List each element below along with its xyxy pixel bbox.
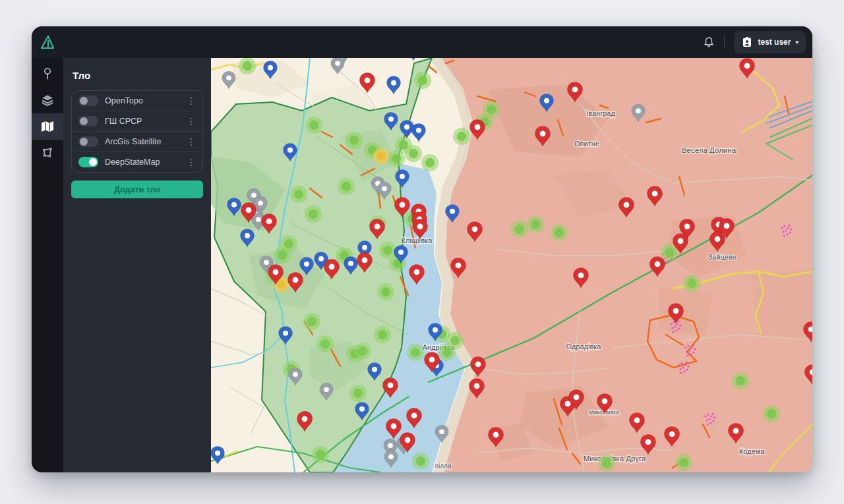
layer-toggle[interactable] <box>78 116 98 126</box>
layer-toggle[interactable] <box>78 157 98 167</box>
map-area[interactable]: ІванградОпитнеВесела ДолинаКліщіївкаАндр… <box>211 58 812 472</box>
svg-text:пілля: пілля <box>435 462 452 470</box>
notifications-button[interactable] <box>703 36 715 49</box>
svg-text:Кодема: Кодема <box>739 447 765 455</box>
layers-icon <box>41 94 54 107</box>
layer-row-0[interactable]: OpenTopo⋮ <box>72 91 202 111</box>
layer-row-1[interactable]: ГШ СРСР⋮ <box>72 111 202 131</box>
rail-item-layers[interactable] <box>32 87 63 113</box>
layer-kebab-icon[interactable]: ⋮ <box>183 157 196 167</box>
svg-text:Іванград: Іванград <box>586 109 615 117</box>
icon-rail <box>32 58 63 472</box>
app-window: test user ▾ <box>32 26 812 472</box>
map-pin-icon <box>42 67 53 80</box>
svg-text:Кліщіївка: Кліщіївка <box>402 237 433 244</box>
layer-row-2[interactable]: ArcGis Satellite⋮ <box>72 131 202 152</box>
user-menu-button[interactable]: test user ▾ <box>734 31 806 53</box>
svg-text:Зайцеве: Зайцеве <box>708 253 736 261</box>
layer-label: OpenTopo <box>105 96 183 105</box>
rail-item-markers[interactable] <box>32 61 63 87</box>
rail-item-polygon[interactable] <box>32 140 63 166</box>
svg-text:Опитне: Опитне <box>574 140 599 148</box>
app-logo[interactable] <box>32 34 63 51</box>
id-badge-icon <box>741 36 753 48</box>
chevron-down-icon: ▾ <box>795 39 799 45</box>
user-name: test user <box>758 38 791 47</box>
layer-kebab-icon[interactable]: ⋮ <box>183 117 196 126</box>
add-background-button[interactable]: Додати тло <box>71 181 203 198</box>
layer-row-3[interactable]: DeepStateMap⋮ <box>72 152 202 172</box>
topbar: test user ▾ <box>32 26 812 58</box>
map-icon <box>41 121 54 132</box>
vector-polygon-icon <box>42 147 53 159</box>
layer-kebab-icon[interactable]: ⋮ <box>183 137 196 146</box>
bell-icon <box>703 36 715 49</box>
topbar-divider <box>724 35 725 49</box>
svg-text:Одрадівка: Одрадівка <box>566 343 602 350</box>
layer-label: DeepStateMap <box>105 157 183 167</box>
layer-toggle[interactable] <box>78 96 98 106</box>
layer-list: OpenTopo⋮ГШ СРСР⋮ArcGis Satellite⋮DeepSt… <box>71 90 203 173</box>
panel-title: Тло <box>73 70 203 81</box>
map-canvas[interactable]: ІванградОпитнеВесела ДолинаКліщіївкаАндр… <box>211 58 812 472</box>
layer-toggle[interactable] <box>78 136 98 147</box>
rail-item-map[interactable] <box>32 113 63 140</box>
layer-kebab-icon[interactable]: ⋮ <box>183 96 196 105</box>
layer-label: ГШ СРСР <box>105 117 183 126</box>
logo-triangle-icon <box>39 34 56 51</box>
background-panel: Тло OpenTopo⋮ГШ СРСР⋮ArcGis Satellite⋮De… <box>63 58 211 472</box>
svg-text:Весела Долина: Весела Долина <box>682 146 737 154</box>
layer-label: ArcGis Satellite <box>105 137 183 146</box>
